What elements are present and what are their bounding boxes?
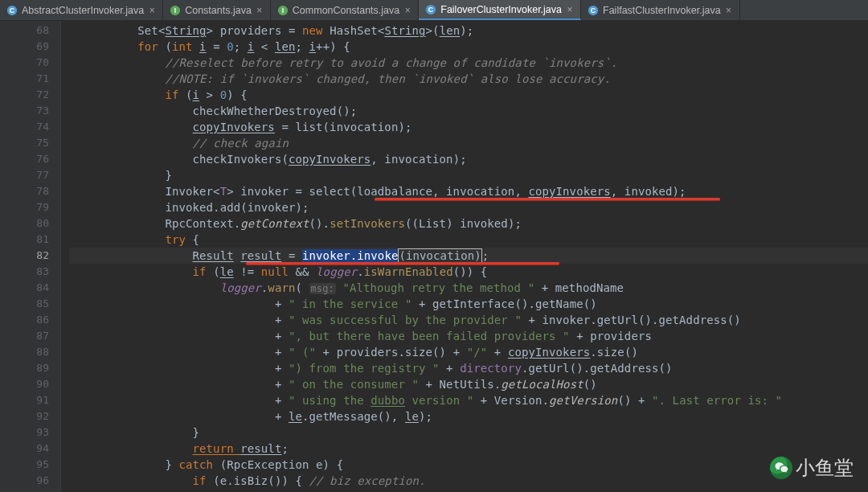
code-token: (: [295, 281, 309, 294]
editor-tab[interactable]: CAbstractClusterInvoker.java×: [0, 0, 163, 20]
line-number[interactable]: 70: [0, 55, 49, 71]
line-number[interactable]: 79: [0, 199, 49, 215]
line-number[interactable]: 77: [0, 167, 49, 183]
line-number[interactable]: 68: [0, 23, 49, 39]
line-number[interactable]: 71: [0, 71, 49, 87]
tab-label: CommonConstants.java: [293, 5, 399, 16]
code-line[interactable]: }: [69, 424, 868, 441]
class-icon: C: [588, 5, 599, 16]
line-number[interactable]: 95: [0, 457, 49, 473]
line-number[interactable]: 86: [0, 312, 49, 328]
code-token: >: [207, 24, 220, 37]
line-number[interactable]: 78: [0, 183, 49, 199]
code-line[interactable]: + " in the service " + getInterface().ge…: [69, 296, 868, 312]
close-icon[interactable]: ×: [566, 6, 574, 14]
interface-icon: I: [277, 5, 289, 16]
code-line[interactable]: } catch (RpcException e) {: [69, 457, 868, 473]
code-line[interactable]: invoked.add(invoker);: [69, 199, 868, 215]
code-token: (: [213, 265, 220, 278]
code-token: return: [193, 442, 241, 455]
code-line[interactable]: + ", but there have been failed provider…: [69, 328, 868, 344]
code-line[interactable]: }: [69, 167, 868, 183]
code-area[interactable]: Set<String> providers = new HashSet<Stri…: [61, 21, 868, 492]
line-number[interactable]: 82: [0, 248, 49, 264]
code-token: getVersion: [549, 394, 617, 407]
line-number[interactable]: 73: [0, 103, 49, 119]
code-line[interactable]: checkWhetherDestroyed();: [69, 103, 868, 119]
code-token: try: [165, 233, 192, 246]
line-number[interactable]: 96: [0, 473, 49, 489]
code-line[interactable]: for (int i = 0; i < len; i++) {: [69, 39, 868, 55]
line-number[interactable]: 81: [0, 232, 49, 248]
close-icon[interactable]: ×: [403, 6, 411, 14]
code-line[interactable]: Set<String> providers = new HashSet<Stri…: [69, 23, 868, 39]
code-token: result: [240, 249, 281, 262]
line-number[interactable]: 93: [0, 424, 49, 441]
code-token: providers: [220, 24, 282, 37]
line-number[interactable]: 92: [0, 408, 49, 424]
code-token: i: [309, 40, 317, 53]
code-token: directory: [460, 362, 522, 375]
line-number[interactable]: 72: [0, 87, 49, 103]
line-number[interactable]: 85: [0, 296, 49, 312]
code-line[interactable]: // check again: [69, 135, 868, 151]
code-line[interactable]: + " was successful by the provider " + i…: [69, 312, 868, 328]
line-number[interactable]: 87: [0, 328, 49, 344]
code-token: " using the: [289, 394, 371, 407]
line-number[interactable]: 97: [0, 489, 49, 492]
line-number[interactable]: 76: [0, 151, 49, 167]
code-line[interactable]: //NOTE: if `invokers` changed, then `inv…: [69, 71, 868, 87]
line-number[interactable]: 83: [0, 264, 49, 280]
code-line[interactable]: try {: [69, 232, 868, 248]
code-token: invoked.add(invoker);: [165, 201, 309, 214]
line-number[interactable]: 74: [0, 119, 49, 135]
code-line[interactable]: if (le != null && logger.isWarnEnabled()…: [69, 264, 868, 280]
code-line[interactable]: Result result = invoker.invoke(invocatio…: [69, 248, 868, 264]
code-token: =: [207, 40, 227, 53]
code-line[interactable]: if (e.isBiz()) { // biz exception.: [69, 473, 868, 489]
code-token: i: [193, 88, 200, 101]
editor-tab[interactable]: CFailfastClusterInvoker.java×: [581, 0, 740, 20]
line-number[interactable]: 94: [0, 441, 49, 457]
line-number[interactable]: 75: [0, 135, 49, 151]
code-line[interactable]: //Reselect before retry to avoid a chang…: [69, 55, 868, 71]
code-line[interactable]: logger.warn( msg: "Although retry the me…: [69, 280, 868, 296]
code-line[interactable]: + ") from the registry " + directory.get…: [69, 360, 868, 376]
line-number[interactable]: 91: [0, 392, 49, 408]
code-line[interactable]: Invoker<T> invoker = select(loadbalance,…: [69, 183, 868, 199]
code-line[interactable]: + " on the consumer " + NetUtils.getLoca…: [69, 376, 868, 392]
code-line[interactable]: + " (" + providers.size() + "/" + copyIn…: [69, 344, 868, 360]
code-line[interactable]: + le.getMessage(), le);: [69, 408, 868, 424]
code-line[interactable]: + " using the dubbo version " + Version.…: [69, 392, 868, 408]
code-token: +: [275, 394, 289, 407]
code-token: );: [419, 410, 432, 423]
tab-label: FailfastClusterInvoker.java: [603, 5, 721, 16]
code-line[interactable]: [69, 489, 868, 492]
code-line[interactable]: return result;: [69, 441, 868, 457]
code-token: }: [193, 426, 200, 439]
close-icon[interactable]: ×: [725, 6, 733, 14]
code-token: logger: [220, 281, 261, 294]
line-number[interactable]: 80: [0, 215, 49, 232]
code-token: dubbo: [371, 394, 405, 407]
code-line[interactable]: checkInvokers(copyInvokers, invocation);: [69, 151, 868, 167]
close-icon[interactable]: ×: [256, 6, 264, 14]
line-number[interactable]: 69: [0, 39, 49, 55]
code-token: copyInvokers: [193, 121, 275, 133]
editor-tab[interactable]: ICommonConstants.java×: [271, 0, 419, 20]
line-number[interactable]: 90: [0, 376, 49, 392]
editor-tab[interactable]: CFailoverClusterInvoker.java×: [419, 0, 581, 20]
code-token: + invoker.getUrl().getAddress(): [522, 314, 741, 326]
svg-text:I: I: [174, 6, 176, 14]
close-icon[interactable]: ×: [148, 6, 156, 14]
svg-text:I: I: [282, 6, 284, 14]
line-number[interactable]: 89: [0, 360, 49, 376]
code-token: ()) {: [453, 265, 488, 278]
code-token: .getUrl().getAddress(): [522, 362, 673, 375]
code-line[interactable]: copyInvokers = list(invocation);: [69, 119, 868, 135]
code-line[interactable]: if (i > 0) {: [69, 87, 868, 103]
line-number[interactable]: 88: [0, 344, 49, 360]
code-line[interactable]: RpcContext.getContext().setInvokers((Lis…: [69, 215, 868, 232]
line-number[interactable]: 84: [0, 280, 49, 296]
editor-tab[interactable]: IConstants.java×: [163, 0, 271, 20]
